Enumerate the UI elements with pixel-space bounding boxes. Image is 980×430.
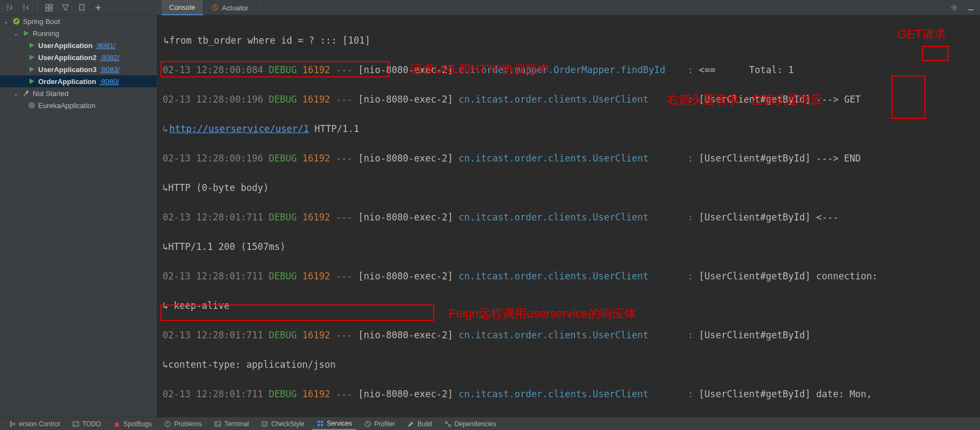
- status-dependencies[interactable]: Dependencies: [440, 417, 501, 430]
- grid-icon[interactable]: [44, 3, 54, 13]
- svg-rect-19: [321, 424, 323, 426]
- svg-point-8: [10, 421, 12, 423]
- services-tree: ⌄ Spring Boot ⌄ Running UserApplication …: [0, 15, 157, 417]
- app-name: EurekaApplication: [38, 101, 95, 110]
- svg-rect-17: [321, 421, 323, 423]
- spring-leaf-icon: [12, 17, 21, 26]
- app-port-link[interactable]: :8081/: [96, 41, 116, 50]
- status-spotbugs[interactable]: SpotBugs: [109, 417, 156, 430]
- app-port-link[interactable]: :8083/: [100, 65, 119, 74]
- svg-rect-1: [50, 4, 52, 7]
- branch-icon: [9, 420, 16, 428]
- svg-rect-2: [46, 8, 49, 11]
- filter-icon[interactable]: [61, 3, 70, 13]
- tab-actuator-label: Actuator: [222, 4, 248, 12]
- app-port-link[interactable]: :8082/: [100, 53, 119, 62]
- chevron-down-icon: ⌄: [2, 19, 10, 25]
- status-todo[interactable]: TODO: [68, 417, 105, 430]
- svg-point-7: [28, 102, 35, 109]
- tree-notstarted-label: Not Started: [33, 89, 69, 98]
- toolbar-divider: [37, 3, 38, 13]
- svg-rect-3: [50, 8, 52, 11]
- tree-app-userapplication3[interactable]: UserApplication3 :8083/: [0, 63, 157, 75]
- hammer-icon: [407, 420, 415, 428]
- status-bar: ersion Control TODO SpotBugs Problems Te…: [0, 417, 980, 430]
- tree-root-spring-boot[interactable]: ⌄ Spring Boot: [0, 15, 157, 27]
- warning-icon: [164, 420, 171, 428]
- svg-rect-16: [318, 421, 320, 423]
- tree-running-label: Running: [33, 29, 59, 38]
- tab-console[interactable]: Console: [162, 0, 204, 15]
- profiler-icon: [364, 420, 372, 428]
- add-icon[interactable]: [93, 3, 103, 13]
- wrench-icon: [22, 89, 31, 98]
- terminal-icon: [214, 420, 222, 428]
- tree-expand-icon[interactable]: [4, 3, 14, 13]
- bookmark-icon[interactable]: [77, 3, 87, 13]
- svg-point-10: [14, 423, 15, 425]
- app-name: UserApplication: [38, 41, 93, 50]
- todo-icon: [72, 420, 80, 428]
- svg-point-5: [953, 7, 955, 9]
- app-port-link[interactable]: :8080/: [99, 77, 119, 86]
- status-profiler[interactable]: Profiler: [360, 417, 399, 430]
- chevron-down-icon: ⌄: [12, 31, 20, 37]
- app-name: UserApplication2: [38, 53, 97, 62]
- tree-group-notstarted[interactable]: ⌄ Not Started: [0, 87, 157, 99]
- play-icon: [27, 53, 36, 62]
- status-version-control[interactable]: ersion Control: [4, 417, 64, 430]
- status-services[interactable]: Services: [312, 417, 356, 430]
- svg-rect-18: [318, 424, 320, 426]
- tree-app-eureka[interactable]: EurekaApplication: [0, 99, 157, 111]
- tree-app-userapplication[interactable]: UserApplication :8081/: [0, 39, 157, 51]
- tree-collapse-icon[interactable]: [21, 3, 31, 13]
- status-checkstyle[interactable]: CheckStyle: [256, 417, 309, 430]
- settings-icon[interactable]: [949, 3, 959, 13]
- svg-rect-11: [73, 422, 79, 426]
- svg-point-9: [10, 425, 12, 426]
- play-icon: [27, 65, 36, 74]
- app-name: UserApplication3: [38, 65, 97, 74]
- status-build[interactable]: Build: [403, 417, 437, 430]
- actuator-icon: [211, 4, 219, 11]
- tab-actuator[interactable]: Actuator: [204, 0, 256, 15]
- services-icon: [316, 420, 324, 427]
- console-output[interactable]: ↳from tb_order where id = ? ::: [101] 02…: [157, 15, 980, 417]
- status-terminal[interactable]: Terminal: [210, 417, 253, 430]
- spring-leaf-dim-icon: [27, 101, 36, 110]
- dependencies-icon: [444, 420, 452, 428]
- bug-icon: [113, 420, 121, 428]
- checkstyle-icon: [261, 420, 268, 428]
- tree-app-orderapplication[interactable]: OrderApplication :8080/: [0, 75, 157, 87]
- play-icon: [27, 77, 36, 86]
- status-problems[interactable]: Problems: [159, 417, 206, 430]
- tree-group-running[interactable]: ⌄ Running: [0, 27, 157, 39]
- tree-app-userapplication2[interactable]: UserApplication2 :8082/: [0, 51, 157, 63]
- minimize-icon[interactable]: [966, 3, 976, 13]
- request-url-link[interactable]: http://userservice/user/1: [169, 123, 309, 134]
- tree-root-label: Spring Boot: [23, 17, 60, 26]
- svg-rect-0: [46, 4, 49, 7]
- svg-rect-15: [262, 422, 267, 426]
- svg-point-21: [445, 421, 447, 423]
- chevron-down-icon: ⌄: [12, 91, 20, 97]
- tab-console-label: Console: [169, 3, 195, 11]
- play-icon: [22, 29, 31, 38]
- play-icon: [27, 41, 36, 50]
- app-name: OrderApplication: [38, 77, 96, 86]
- svg-point-22: [449, 425, 451, 427]
- svg-point-12: [115, 422, 118, 427]
